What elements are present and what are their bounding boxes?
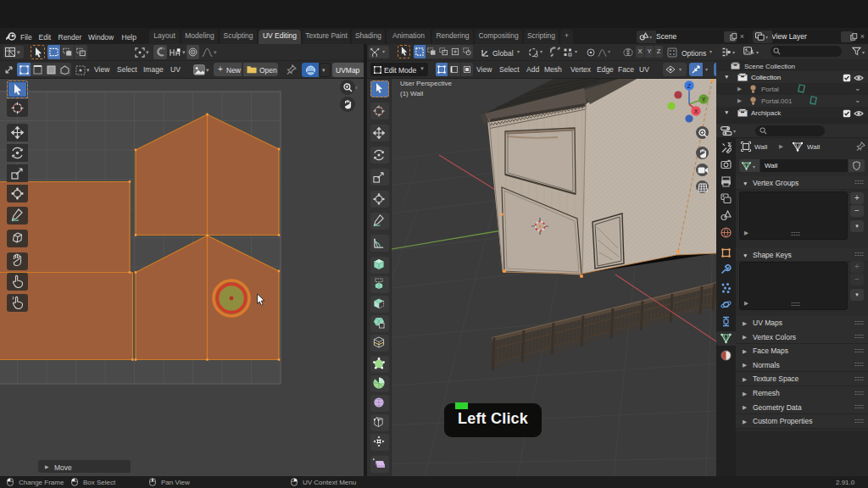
svg-text:X: X [694, 108, 698, 114]
svg-text:Y: Y [702, 97, 706, 103]
svg-text:Z: Z [687, 83, 692, 89]
